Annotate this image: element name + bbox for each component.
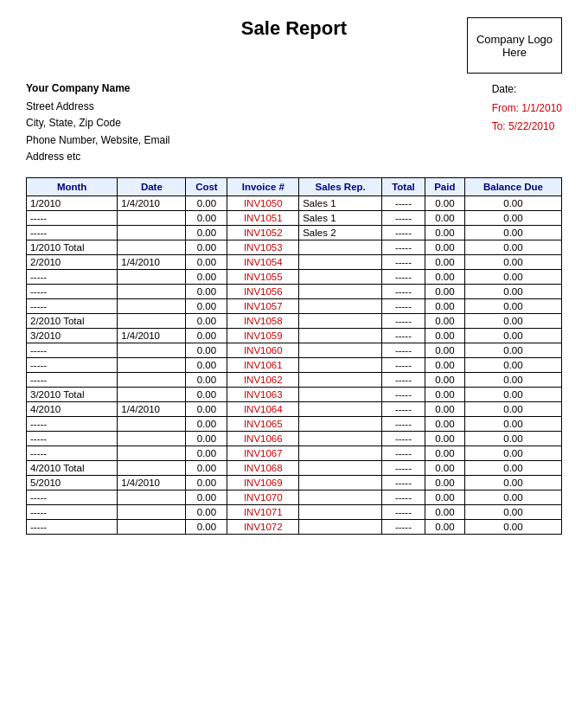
table-row: -----0.00INV1071-----0.000.00	[27, 504, 562, 519]
table-row: 4/2010 Total0.00INV1068-----0.000.00	[27, 460, 562, 475]
company-right: Date: From: 1/1/2010 To: 5/22/2010	[492, 80, 562, 165]
col-header-date: Date	[118, 177, 186, 196]
header-area: Sale Report Company Logo Here	[26, 17, 562, 74]
cell-5-5: -----	[382, 269, 425, 284]
cell-0-2: 0.00	[186, 196, 227, 210]
col-header-paid: Paid	[425, 177, 464, 196]
table-header-row: Month Date Cost Invoice # Sales Rep. Tot…	[27, 177, 562, 196]
cell-1-4: Sales 1	[299, 210, 382, 225]
cell-14-4	[299, 401, 382, 416]
sale-report-table: Month Date Cost Invoice # Sales Rep. Tot…	[26, 177, 562, 535]
cell-14-5: -----	[382, 401, 425, 416]
cell-5-7: 0.00	[464, 269, 561, 284]
cell-7-3: INV1057	[227, 298, 299, 313]
cell-21-4	[299, 504, 382, 519]
cell-13-5: -----	[382, 387, 425, 401]
cell-15-6: 0.00	[425, 416, 464, 431]
table-row: -----0.00INV1067-----0.000.00	[27, 446, 562, 460]
col-header-cost: Cost	[186, 177, 227, 196]
cell-19-5: -----	[382, 475, 425, 490]
cell-13-1	[118, 387, 186, 401]
cell-22-6: 0.00	[425, 519, 464, 534]
table-row: 1/2010 Total0.00INV1053-----0.000.00	[27, 240, 562, 254]
cell-17-2: 0.00	[186, 446, 227, 460]
cell-19-0: 5/2010	[27, 475, 118, 490]
cell-14-3: INV1064	[227, 401, 299, 416]
cell-11-7: 0.00	[464, 357, 561, 372]
cell-4-5: -----	[382, 254, 425, 269]
cell-22-2: 0.00	[186, 519, 227, 534]
cell-8-4	[299, 313, 382, 328]
cell-2-2: 0.00	[186, 225, 227, 240]
cell-6-4	[299, 284, 382, 298]
cell-6-6: 0.00	[425, 284, 464, 298]
cell-19-4	[299, 475, 382, 490]
cell-0-1: 1/4/2010	[118, 196, 186, 210]
cell-21-3: INV1071	[227, 504, 299, 519]
cell-15-0: -----	[27, 416, 118, 431]
col-header-month: Month	[27, 177, 118, 196]
cell-0-0: 1/2010	[27, 196, 118, 210]
cell-22-7: 0.00	[464, 519, 561, 534]
cell-18-7: 0.00	[464, 460, 561, 475]
cell-22-0: -----	[27, 519, 118, 534]
cell-16-3: INV1066	[227, 431, 299, 446]
cell-11-1	[118, 357, 186, 372]
page-title: Sale Report	[121, 17, 467, 40]
cell-1-6: 0.00	[425, 210, 464, 225]
cell-5-3: INV1055	[227, 269, 299, 284]
cell-2-7: 0.00	[464, 225, 561, 240]
cell-4-2: 0.00	[186, 254, 227, 269]
cell-9-7: 0.00	[464, 328, 561, 343]
cell-7-7: 0.00	[464, 298, 561, 313]
cell-13-3: INV1063	[227, 387, 299, 401]
cell-14-6: 0.00	[425, 401, 464, 416]
cell-20-0: -----	[27, 490, 118, 504]
table-row: 3/20101/4/20100.00INV1059-----0.000.00	[27, 328, 562, 343]
cell-10-4	[299, 343, 382, 357]
cell-21-1	[118, 504, 186, 519]
cell-5-6: 0.00	[425, 269, 464, 284]
cell-1-2: 0.00	[186, 210, 227, 225]
cell-9-3: INV1059	[227, 328, 299, 343]
cell-12-1	[118, 372, 186, 387]
logo-text: Company Logo Here	[473, 33, 556, 59]
table-row: -----0.00INV1052Sales 2-----0.000.00	[27, 225, 562, 240]
cell-3-5: -----	[382, 240, 425, 254]
cell-10-2: 0.00	[186, 343, 227, 357]
cell-14-0: 4/2010	[27, 401, 118, 416]
cell-2-1	[118, 225, 186, 240]
from-date: From: 1/1/2010	[492, 99, 562, 119]
cell-15-1	[118, 416, 186, 431]
cell-11-6: 0.00	[425, 357, 464, 372]
cell-7-1	[118, 298, 186, 313]
cell-20-6: 0.00	[425, 490, 464, 504]
cell-12-4	[299, 372, 382, 387]
cell-9-4	[299, 328, 382, 343]
cell-1-5: -----	[382, 210, 425, 225]
cell-21-2: 0.00	[186, 504, 227, 519]
cell-21-7: 0.00	[464, 504, 561, 519]
cell-20-5: -----	[382, 490, 425, 504]
table-row: -----0.00INV1066-----0.000.00	[27, 431, 562, 446]
cell-12-0: -----	[27, 372, 118, 387]
cell-18-1	[118, 460, 186, 475]
to-date: To: 5/22/2010	[492, 118, 562, 137]
cell-15-3: INV1065	[227, 416, 299, 431]
table-row: 2/20101/4/20100.00INV1054-----0.000.00	[27, 254, 562, 269]
cell-17-3: INV1067	[227, 446, 299, 460]
cell-11-4	[299, 357, 382, 372]
cell-15-7: 0.00	[464, 416, 561, 431]
cell-13-7: 0.00	[464, 387, 561, 401]
cell-12-6: 0.00	[425, 372, 464, 387]
cell-8-3: INV1058	[227, 313, 299, 328]
cell-22-5: -----	[382, 519, 425, 534]
cell-20-4	[299, 490, 382, 504]
cell-18-2: 0.00	[186, 460, 227, 475]
table-row: 3/2010 Total0.00INV1063-----0.000.00	[27, 387, 562, 401]
cell-19-6: 0.00	[425, 475, 464, 490]
cell-7-2: 0.00	[186, 298, 227, 313]
cell-10-7: 0.00	[464, 343, 561, 357]
cell-22-4	[299, 519, 382, 534]
cell-10-5: -----	[382, 343, 425, 357]
